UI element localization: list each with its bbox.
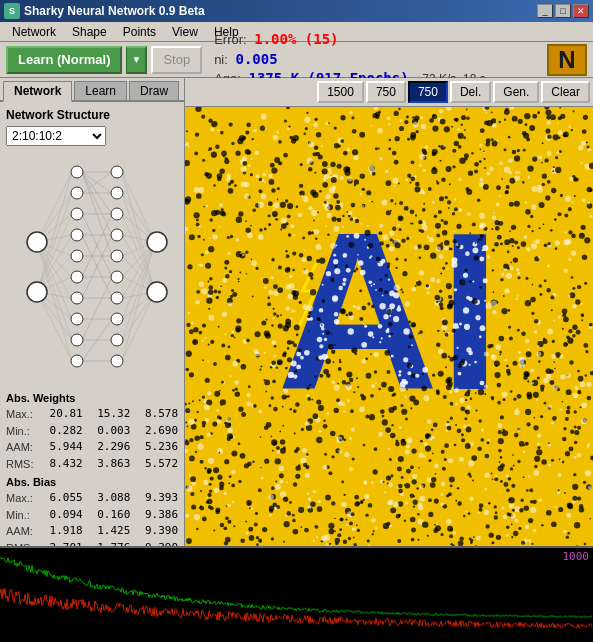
bottom-chart: 1000 xyxy=(0,546,593,642)
svg-rect-0 xyxy=(7,152,177,382)
svg-point-67 xyxy=(71,229,83,241)
learn-button[interactable]: Learn (Normal) xyxy=(6,46,122,74)
svg-point-74 xyxy=(111,166,123,178)
toolbar: Learn (Normal) ▼ Stop Error: 1.00% (15) … xyxy=(0,42,593,78)
viz-btn-1500[interactable]: 1500 xyxy=(317,81,364,103)
viz-btn-clear[interactable]: Clear xyxy=(541,81,590,103)
svg-point-64 xyxy=(71,166,83,178)
stop-button[interactable]: Stop xyxy=(151,46,202,74)
chart-label-1000: 1000 xyxy=(563,550,590,563)
nn-diagram xyxy=(7,152,177,382)
menu-network[interactable]: Network xyxy=(4,23,64,41)
svg-point-81 xyxy=(111,313,123,325)
error-label: Error: xyxy=(214,32,247,47)
window-title: Sharky Neural Network 0.9 Beta xyxy=(24,4,205,18)
error-value: 1.00% (15) xyxy=(254,31,338,47)
svg-point-62 xyxy=(27,232,47,252)
ni-label: ni: xyxy=(214,52,228,67)
canvas-area[interactable] xyxy=(185,107,593,546)
viz-btn-750-2[interactable]: 750 xyxy=(408,81,448,103)
menu-view[interactable]: View xyxy=(164,23,206,41)
svg-point-79 xyxy=(111,271,123,283)
minimize-button[interactable]: _ xyxy=(537,4,553,18)
weights-max-row: Max.: 20.81 15.32 8.578 xyxy=(6,406,178,423)
weights-max-val3: 8.578 xyxy=(134,406,178,423)
titlebar: S Sharky Neural Network 0.9 Beta _ □ ✕ xyxy=(0,0,593,22)
svg-point-82 xyxy=(111,334,123,346)
tab-network[interactable]: Network xyxy=(3,81,72,102)
viz-btn-del[interactable]: Del. xyxy=(450,81,491,103)
n-logo: N xyxy=(547,44,587,76)
ni-value: 0.005 xyxy=(235,51,277,67)
bias-min-val3: 9.386 xyxy=(134,507,178,524)
weights-max-val2: 15.32 xyxy=(87,406,131,423)
weights-rms-val3: 5.572 xyxy=(134,456,178,473)
bias-max-val3: 9.393 xyxy=(134,490,178,507)
maximize-button[interactable]: □ xyxy=(555,4,571,18)
weights-min-row: Min.: 0.282 0.003 2.690 xyxy=(6,423,178,440)
bias-min-val1: 0.094 xyxy=(39,507,83,524)
svg-point-71 xyxy=(71,313,83,325)
svg-point-73 xyxy=(71,355,83,367)
structure-select[interactable]: 2:10:10:2 2:5:5:2 2:20:20:2 xyxy=(6,126,106,146)
left-panel: Network Learn Draw Network Structure 2:1… xyxy=(0,78,185,546)
titlebar-left: S Sharky Neural Network 0.9 Beta xyxy=(4,3,205,19)
weights-aam-val1: 5.944 xyxy=(39,439,83,456)
weights-min-val3: 2.690 xyxy=(134,423,178,440)
close-button[interactable]: ✕ xyxy=(573,4,589,18)
tab-learn[interactable]: Learn xyxy=(74,81,127,100)
abs-weights-title: Abs. Weights xyxy=(6,392,178,404)
svg-point-77 xyxy=(111,229,123,241)
weights-rms-row: RMS: 8.432 3.863 5.572 xyxy=(6,456,178,473)
tab-bar: Network Learn Draw xyxy=(0,78,184,102)
bias-min-val2: 0.160 xyxy=(87,507,131,524)
viz-toolbar: 1500 750 750 Del. Gen. Clear xyxy=(185,78,593,107)
network-panel: Network Structure 2:10:10:2 2:5:5:2 2:20… xyxy=(0,102,184,388)
svg-point-85 xyxy=(147,282,167,302)
menu-shape[interactable]: Shape xyxy=(64,23,115,41)
bias-aam-val1: 1.918 xyxy=(39,523,83,540)
weights-rms-val2: 3.863 xyxy=(87,456,131,473)
abs-bias-title: Abs. Bias xyxy=(6,476,178,488)
bias-aam-row: AAM: 1.918 1.425 9.390 xyxy=(6,523,178,540)
svg-point-63 xyxy=(27,282,47,302)
bias-min-label: Min.: xyxy=(6,507,35,524)
main-area: Network Learn Draw Network Structure 2:1… xyxy=(0,78,593,546)
weights-min-val2: 0.003 xyxy=(87,423,131,440)
svg-point-72 xyxy=(71,334,83,346)
weights-max-label: Max.: xyxy=(6,406,35,423)
bias-aam-val2: 1.425 xyxy=(87,523,131,540)
bias-max-val1: 6.055 xyxy=(39,490,83,507)
error-row: Error: 1.00% (15) xyxy=(214,30,486,50)
app-icon: S xyxy=(4,3,20,19)
svg-point-84 xyxy=(147,232,167,252)
weights-min-label: Min.: xyxy=(6,423,35,440)
viz-btn-750-1[interactable]: 750 xyxy=(366,81,406,103)
viz-btn-gen[interactable]: Gen. xyxy=(493,81,539,103)
weights-rms-label: RMS: xyxy=(6,456,35,473)
weights-min-val1: 0.282 xyxy=(39,423,83,440)
bias-min-row: Min.: 0.094 0.160 9.386 xyxy=(6,507,178,524)
bias-aam-val3: 9.390 xyxy=(134,523,178,540)
svg-point-76 xyxy=(111,208,123,220)
weights-aam-val2: 2.296 xyxy=(87,439,131,456)
bias-aam-label: AAM: xyxy=(6,523,35,540)
viz-panel: 1500 750 750 Del. Gen. Clear xyxy=(185,78,593,546)
svg-point-69 xyxy=(71,271,83,283)
tab-draw[interactable]: Draw xyxy=(129,81,179,100)
svg-point-75 xyxy=(111,187,123,199)
svg-point-65 xyxy=(71,187,83,199)
learn-dropdown-button[interactable]: ▼ xyxy=(126,46,147,74)
svg-point-80 xyxy=(111,292,123,304)
bias-max-val2: 3.088 xyxy=(87,490,131,507)
svg-point-83 xyxy=(111,355,123,367)
weights-aam-val3: 5.236 xyxy=(134,439,178,456)
stats-panel: Abs. Weights Max.: 20.81 15.32 8.578 Min… xyxy=(0,388,184,560)
network-structure-label: Network Structure xyxy=(6,108,178,122)
nn-svg xyxy=(7,152,177,382)
visualization-canvas[interactable] xyxy=(185,107,593,546)
menu-points[interactable]: Points xyxy=(115,23,164,41)
ni-row: ni: 0.005 xyxy=(214,50,486,70)
error-chart-canvas xyxy=(0,548,593,642)
weights-rms-val1: 8.432 xyxy=(39,456,83,473)
